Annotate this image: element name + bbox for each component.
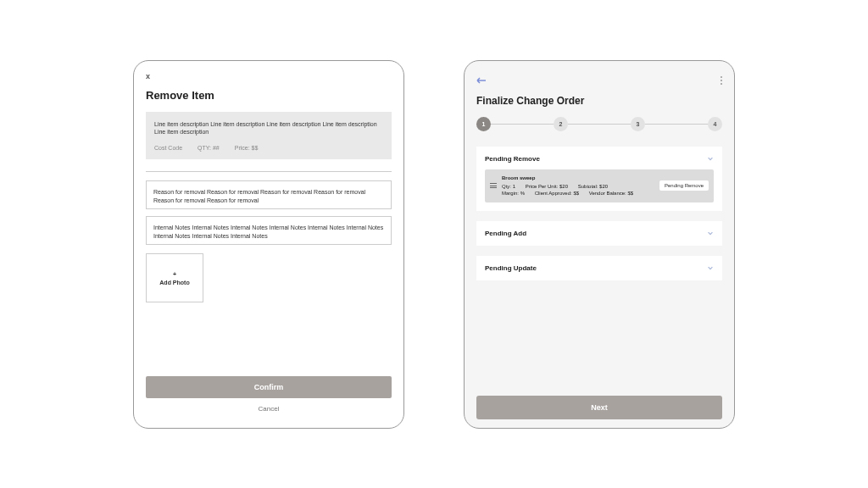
status-badge: Pending Remove [659, 180, 709, 191]
price-label: Price: $$ [235, 145, 259, 151]
step-1[interactable]: 1 [476, 117, 491, 131]
line-item-vendor-balance: Vendor Balance: $$ [589, 191, 633, 196]
line-item-qty: Qty: 1 [502, 184, 515, 189]
item-description: Line item description Line item descript… [154, 120, 383, 137]
arrow-left-icon [476, 76, 487, 85]
chevron-down-icon [707, 264, 714, 271]
section-title: Pending Add [485, 230, 526, 237]
step-3[interactable]: 3 [631, 117, 645, 131]
line-item-name: Broom sweep [502, 175, 654, 181]
step-4[interactable]: 4 [708, 117, 722, 131]
pending-update-section: Pending Update [476, 256, 722, 280]
pending-remove-section: Pending Remove Broom sweep Qty: 1 Price … [476, 147, 722, 211]
line-item-subtotal: Subtotal: $20 [578, 184, 608, 189]
qty-label: QTY: ## [198, 145, 220, 151]
pending-add-section: Pending Add [476, 221, 722, 246]
add-photo-button[interactable]: + Add Photo [146, 253, 203, 302]
page-title: Finalize Change Order [476, 95, 722, 107]
back-button[interactable] [476, 73, 487, 88]
line-item-row[interactable]: Broom sweep Qty: 1 Price Per Unit: $20 S… [485, 169, 714, 202]
cancel-button[interactable]: Cancel [146, 398, 392, 419]
internal-notes-input[interactable]: Internal Notes Internal Notes Internal N… [146, 216, 392, 245]
section-header[interactable]: Pending Remove [485, 155, 714, 163]
divider [146, 171, 392, 172]
line-item-margin: Margin: % [502, 191, 525, 196]
section-title: Pending Remove [485, 155, 540, 163]
next-button[interactable]: Next [476, 396, 722, 419]
step-2[interactable]: 2 [554, 117, 568, 131]
reason-input[interactable]: Reason for removal Reason for removal Re… [146, 180, 392, 209]
page-title: Remove Item [146, 89, 392, 102]
drag-handle-icon[interactable] [490, 183, 497, 188]
more-menu-button[interactable] [721, 76, 722, 85]
confirm-button[interactable]: Confirm [146, 376, 392, 398]
line-item-summary: Line item description Line item descript… [146, 112, 392, 160]
chevron-down-icon [707, 155, 714, 162]
section-title: Pending Update [485, 264, 537, 272]
cost-code-label: Cost Code [154, 145, 182, 151]
line-item-price-per-unit: Price Per Unit: $20 [526, 184, 568, 189]
chevron-down-icon [707, 230, 714, 236]
section-header[interactable]: Pending Add [485, 230, 714, 237]
close-button[interactable]: x [146, 73, 392, 80]
line-item-client-approved: Client Approved: $$ [535, 191, 579, 196]
add-photo-label: Add Photo [159, 280, 189, 286]
remove-item-panel: x Remove Item Line item description Line… [133, 60, 404, 429]
plus-icon: + [173, 271, 176, 277]
finalize-change-order-panel: Finalize Change Order 1 2 3 4 Pending Re… [464, 60, 735, 429]
section-header[interactable]: Pending Update [485, 264, 714, 272]
progress-stepper: 1 2 3 4 [476, 117, 722, 131]
